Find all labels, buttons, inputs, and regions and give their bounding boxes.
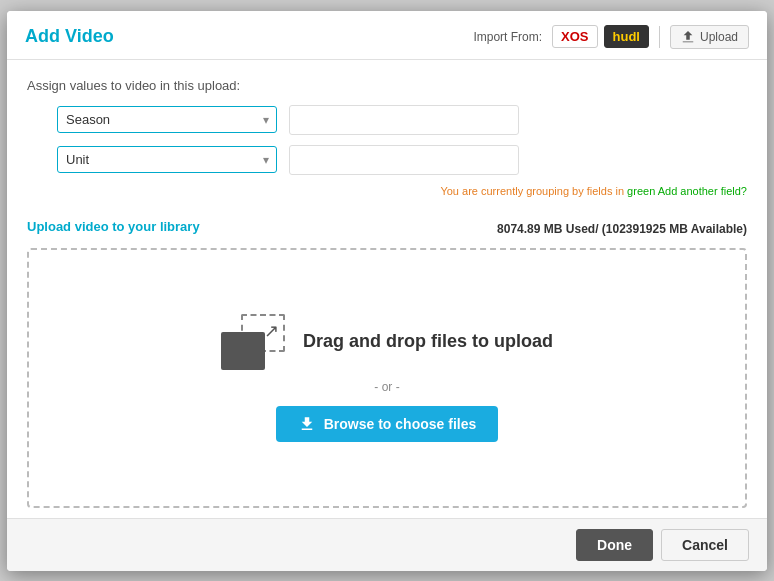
field-row-1: Season Unit Game Practice Player (27, 105, 747, 135)
grouping-green-label: green (627, 185, 658, 197)
modal-footer: Done Cancel (7, 518, 767, 571)
drag-drop-icon: ↗ (221, 314, 285, 370)
modal-header: Add Video Import From: XOS hudl Upload (7, 11, 767, 60)
unit-value-input[interactable] (289, 145, 519, 175)
unit-select[interactable]: Unit Season Game Practice Player (57, 146, 277, 173)
season-select[interactable]: Season Unit Game Practice Player (57, 106, 277, 133)
bg-rect (221, 332, 265, 370)
import-from-label: Import From: (473, 30, 542, 44)
season-select-wrapper: Season Unit Game Practice Player (57, 106, 277, 133)
unit-select-wrapper: Unit Season Game Practice Player (57, 146, 277, 173)
upload-icon (681, 30, 695, 44)
upload-section-label: Upload video to your library (27, 219, 200, 234)
browse-button[interactable]: Browse to choose files (276, 406, 498, 442)
add-video-modal: Add Video Import From: XOS hudl Upload A… (7, 11, 767, 571)
upload-header-row: Upload video to your library 8074.89 MB … (27, 219, 747, 240)
xos-import-button[interactable]: XOS (552, 25, 597, 48)
import-section: Import From: XOS hudl Upload (473, 25, 749, 49)
cancel-button[interactable]: Cancel (661, 529, 749, 561)
modal-body: Assign values to video in this upload: S… (7, 60, 767, 518)
arrow-icon: ↗ (264, 320, 279, 342)
assign-label: Assign values to video in this upload: (27, 78, 747, 93)
browse-btn-label: Browse to choose files (324, 416, 476, 432)
field-row-2: Unit Season Game Practice Player (27, 145, 747, 175)
storage-info: 8074.89 MB Used/ (102391925 MB Available… (497, 222, 747, 236)
header-divider (659, 26, 660, 48)
upload-btn-label: Upload (700, 30, 738, 44)
drop-icon-area: ↗ Drag and drop files to upload (221, 314, 553, 370)
or-text: - or - (374, 380, 399, 394)
modal-title: Add Video (25, 26, 114, 47)
assign-section: Assign values to video in this upload: S… (27, 78, 747, 209)
grouping-note: You are currently grouping by fields in … (27, 185, 747, 197)
season-value-input[interactable] (289, 105, 519, 135)
done-button[interactable]: Done (576, 529, 653, 561)
upload-header-button[interactable]: Upload (670, 25, 749, 49)
drag-drop-text: Drag and drop files to upload (303, 331, 553, 352)
add-field-link[interactable]: Add another field? (658, 185, 747, 197)
drop-zone[interactable]: ↗ Drag and drop files to upload - or - B… (27, 248, 747, 508)
grouping-note-text: You are currently grouping by fields in (440, 185, 624, 197)
hudl-import-button[interactable]: hudl (604, 25, 649, 48)
browse-upload-icon (298, 415, 316, 433)
